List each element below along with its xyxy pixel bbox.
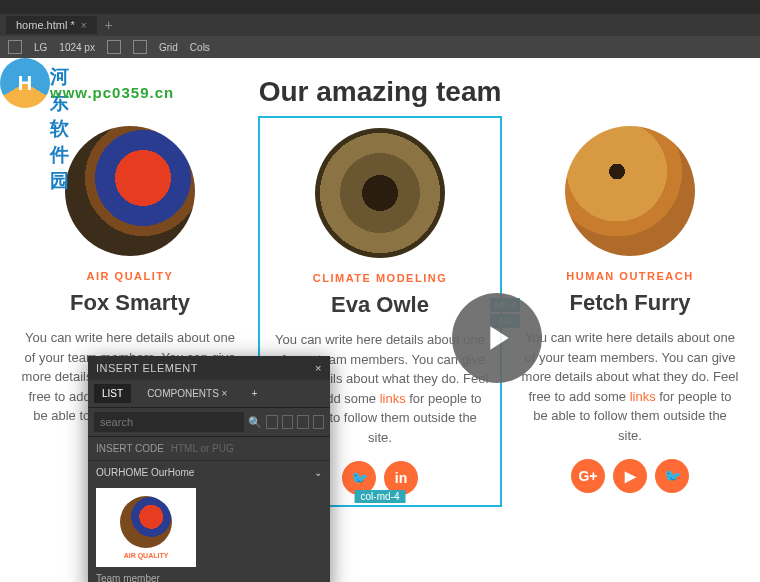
- layout-icon[interactable]: [266, 415, 278, 429]
- tab-close-icon[interactable]: ×: [222, 388, 228, 399]
- add-tab-button[interactable]: +: [243, 384, 265, 403]
- viewport-icon[interactable]: [107, 40, 121, 54]
- close-tab-icon[interactable]: ×: [81, 20, 87, 31]
- component-label: Team member: [88, 571, 330, 582]
- play-icon: [477, 318, 517, 358]
- new-tab-button[interactable]: +: [105, 17, 113, 33]
- row-sublabel: HTML or PUG: [171, 443, 234, 454]
- thumbnail-avatar: [120, 496, 172, 548]
- thumbnail-role: AIR QUALITY: [104, 552, 188, 559]
- group-subname: OurHome: [151, 467, 194, 478]
- social-buttons: G+ ▶ 🐦: [516, 459, 744, 493]
- desc-link[interactable]: links: [380, 391, 406, 406]
- column-label: col-md-4: [355, 490, 406, 503]
- play-button-overlay[interactable]: [452, 293, 542, 383]
- member-role: CLIMATE MODELING: [266, 272, 494, 284]
- avatar: [65, 126, 195, 256]
- design-canvas[interactable]: H 河东软件园 www.pc0359.cn Our amazing team A…: [0, 58, 760, 582]
- viewport-icon-2[interactable]: [133, 40, 147, 54]
- breakpoint-label[interactable]: LG: [34, 42, 47, 53]
- viewport-width: 1024 px: [59, 42, 95, 53]
- gplus-icon[interactable]: G+: [571, 459, 605, 493]
- group-name: OURHOME: [96, 467, 148, 478]
- watermark-url: www.pc0359.cn: [50, 84, 174, 101]
- desc-link[interactable]: links: [630, 389, 656, 404]
- viewport-toolbar: LG 1024 px Grid Cols: [0, 36, 760, 58]
- file-tabbar: home.html * × +: [0, 14, 760, 36]
- component-group-header[interactable]: OURHOME OurHome ⌄: [88, 461, 330, 484]
- insert-element-panel[interactable]: INSERT ELEMENT × LIST COMPONENTS × + 🔍 I…: [88, 356, 330, 582]
- twitter-icon[interactable]: 🐦: [655, 459, 689, 493]
- member-role: AIR QUALITY: [16, 270, 244, 282]
- grid-toggle[interactable]: Grid: [159, 42, 178, 53]
- panel-header[interactable]: INSERT ELEMENT ×: [88, 356, 330, 380]
- search-input[interactable]: [94, 412, 244, 432]
- watermark: H 河东软件园 www.pc0359.cn: [0, 58, 50, 108]
- component-thumbnail[interactable]: AIR QUALITY: [96, 488, 196, 567]
- watermark-logo-icon: H: [0, 58, 50, 108]
- member-name: Fetch Furry: [516, 290, 744, 316]
- search-icon[interactable]: 🔍: [248, 416, 262, 429]
- tab-label: COMPONENTS: [147, 388, 219, 399]
- avatar: [565, 126, 695, 256]
- file-tab-label: home.html *: [16, 19, 75, 31]
- insert-code-row[interactable]: INSERT CODE HTML or PUG: [88, 437, 330, 461]
- search-row: 🔍: [88, 408, 330, 437]
- device-icon[interactable]: [8, 40, 22, 54]
- panel-tabs: LIST COMPONENTS × +: [88, 380, 330, 408]
- team-card[interactable]: HUMAN OUTREACH Fetch Furry You can write…: [510, 116, 750, 507]
- member-role: HUMAN OUTREACH: [516, 270, 744, 282]
- tab-components[interactable]: COMPONENTS ×: [139, 384, 235, 403]
- chevron-down-icon[interactable]: ⌄: [314, 467, 322, 478]
- layout-icon[interactable]: [297, 415, 309, 429]
- layout-icon[interactable]: [313, 415, 325, 429]
- cols-toggle[interactable]: Cols: [190, 42, 210, 53]
- window-titlebar: [0, 0, 760, 14]
- tab-list[interactable]: LIST: [94, 384, 131, 403]
- row-label: INSERT CODE: [96, 443, 164, 454]
- member-desc: You can write here details about one of …: [516, 328, 744, 445]
- member-name: Fox Smarty: [16, 290, 244, 316]
- avatar: [315, 128, 445, 258]
- close-icon[interactable]: ×: [315, 362, 322, 374]
- layout-icon[interactable]: [282, 415, 294, 429]
- file-tab-home[interactable]: home.html * ×: [6, 16, 97, 34]
- panel-title: INSERT ELEMENT: [96, 362, 198, 374]
- youtube-icon[interactable]: ▶: [613, 459, 647, 493]
